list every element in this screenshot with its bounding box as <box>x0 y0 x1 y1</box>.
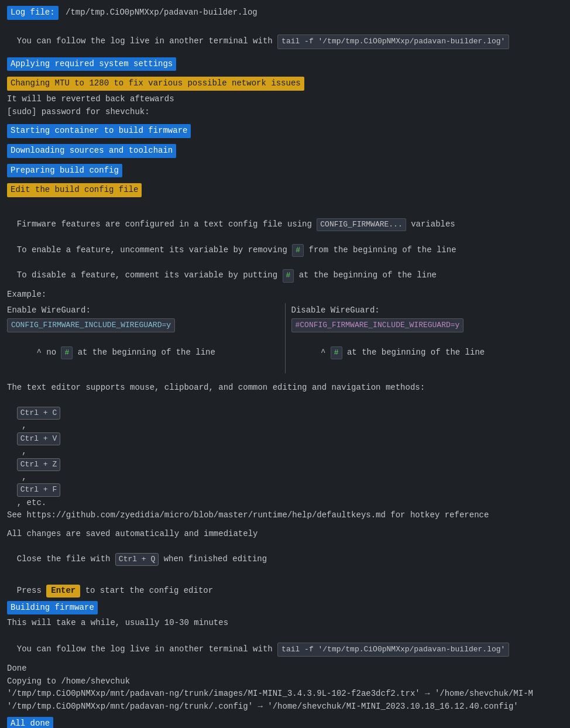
disable-note-line: ^ # at the beginning of the line <box>291 334 564 372</box>
ctrl-z-key: Ctrl + Z <box>17 458 60 471</box>
alldone-label: All done <box>7 717 53 728</box>
config-desc2: To enable a feature, uncomment its varia… <box>7 231 563 257</box>
mtu-warning-label: Changing MTU to 1280 to fix various poss… <box>7 77 304 91</box>
container-badge: Starting container to build firmware <box>7 124 563 138</box>
follow-log2-line: You can follow the log live in another t… <box>7 630 563 657</box>
disable-col: Disable WireGuard: #CONFIG_FIRMWARE_INCL… <box>291 303 564 373</box>
follow-log-line: You can follow the log live in another t… <box>7 22 563 49</box>
enable-note-line: ^ no # at the beginning of the line <box>7 334 279 372</box>
apply-settings-label: Applying required system settings <box>7 57 176 71</box>
log-path: /tmp/tmp.CiO0pNMXxp/padavan-builder.log <box>61 8 257 17</box>
shortcuts-line: Ctrl + C , Ctrl + V , Ctrl + Z , Ctrl + … <box>7 394 563 509</box>
done-line: Done <box>7 662 563 675</box>
editconfig-label: Edit the build config file <box>7 183 142 197</box>
disable-wireguard-label: Disable WireGuard: <box>291 304 564 317</box>
disable-hash: # <box>331 346 342 359</box>
copy-trx-line: '/tmp/tmp.CiO0pNMXxp/mnt/padavan-ng/trun… <box>7 688 563 700</box>
ctrl-c-key: Ctrl + C <box>17 407 60 420</box>
download-label: Downloading sources and toolchain <box>7 144 176 158</box>
hash1-code: # <box>292 244 304 257</box>
build-time-line: This will take a while, usually 10-30 mi… <box>7 617 563 630</box>
apply-settings-badge: Applying required system settings <box>7 57 563 71</box>
example-label: Example: <box>7 289 563 301</box>
ctrl-v-key: Ctrl + V <box>17 432 60 445</box>
hotkey-ref: See https://github.com/zyedidia/micro/bl… <box>7 509 563 522</box>
config-desc1: Firmware features are configured in a te… <box>7 205 563 231</box>
config-var-code: CONFIG_FIRMWARE... <box>317 218 406 231</box>
mtu-revert-line: It will be reverted back aftewards <box>7 93 563 106</box>
close-desc: Close the file with Ctrl + Q when finish… <box>7 541 563 566</box>
building-badge: Building firmware <box>7 601 563 615</box>
hash2-code: # <box>283 269 294 282</box>
follow-log2-cmd: tail -f '/tmp/tmp.CiO0pNMXxp/padavan-bui… <box>277 643 509 657</box>
follow-log-cmd: tail -f '/tmp/tmp.CiO0pNMXxp/padavan-bui… <box>277 35 509 49</box>
disable-code: #CONFIG_FIRMWARE_INCLUDE_WIREGUARD=y <box>291 318 464 332</box>
example-box: Enable WireGuard: CONFIG_FIRMWARE_INCLUD… <box>7 303 563 373</box>
mtu-warning-badge: Changing MTU to 1280 to fix various poss… <box>7 77 563 91</box>
press-enter-line: Press Enter to start the config editor <box>7 572 563 597</box>
container-label: Starting container to build firmware <box>7 124 191 138</box>
ctrl-f-key: Ctrl + F <box>17 483 60 496</box>
ctrl-q-key: Ctrl + Q <box>115 553 159 566</box>
enable-code: CONFIG_FIRMWARE_INCLUDE_WIREGUARD=y <box>7 318 175 332</box>
enable-col: Enable WireGuard: CONFIG_FIRMWARE_INCLUD… <box>7 303 279 373</box>
enable-wireguard-label: Enable WireGuard: <box>7 304 279 317</box>
log-label: Log file: <box>7 6 59 20</box>
prepbuild-label: Preparing build config <box>7 164 122 178</box>
autosave-line: All changes are saved automatically and … <box>7 528 563 541</box>
editconfig-badge: Edit the build config file <box>7 183 563 197</box>
enable-hash: # <box>61 346 73 359</box>
config-desc3: To disable a feature, comment its variab… <box>7 257 563 283</box>
sudo-prompt-line: [sudo] password for shevchuk: <box>7 106 563 119</box>
editor-desc: The text editor supports mouse, clipboar… <box>7 382 563 394</box>
prepbuild-badge: Preparing build config <box>7 164 563 178</box>
building-label: Building firmware <box>7 601 98 615</box>
download-badge: Downloading sources and toolchain <box>7 144 563 158</box>
log-file-line: Log file: /tmp/tmp.CiO0pNMXxp/padavan-bu… <box>7 6 563 20</box>
alldone-badge: All done <box>7 717 563 728</box>
example-divider <box>285 303 286 373</box>
copying-line: Copying to /home/shevchuk <box>7 675 563 688</box>
copy-config-line: '/tmp/tmp.CiO0pNMXxp/mnt/padavan-ng/trun… <box>7 700 563 713</box>
enter-key: Enter <box>46 585 80 597</box>
